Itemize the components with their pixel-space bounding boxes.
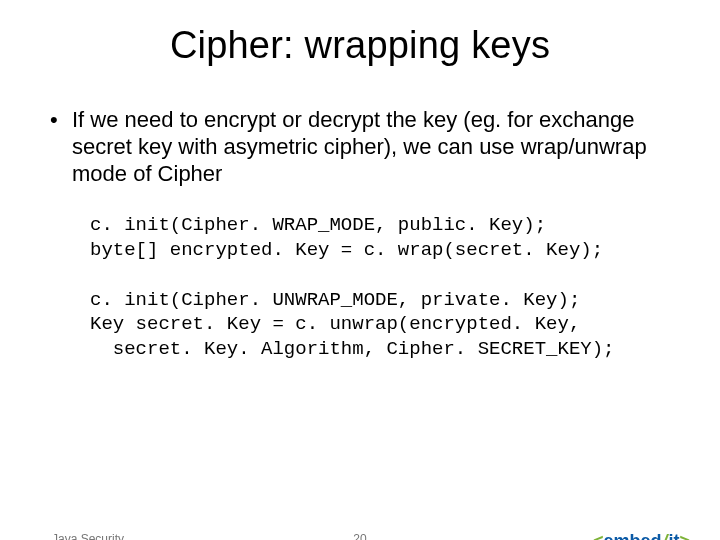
- slide-title: Cipher: wrapping keys: [0, 24, 720, 67]
- footer: Java Security 20 < embed / it >: [0, 526, 720, 540]
- logo-embed: embed: [603, 532, 661, 540]
- slide-body: If we need to encrypt or decrypt the key…: [50, 107, 670, 361]
- embedit-logo: < embed / it >: [593, 532, 690, 540]
- logo-slash: /: [662, 532, 667, 540]
- bullet-item: If we need to encrypt or decrypt the key…: [50, 107, 670, 187]
- bullet-list: If we need to encrypt or decrypt the key…: [50, 107, 670, 187]
- logo-it: it: [668, 532, 679, 540]
- code-block-unwrap: c. init(Cipher. UNWRAP_MODE, private. Ke…: [90, 288, 670, 361]
- logo-lt: <: [593, 532, 604, 540]
- slide: Cipher: wrapping keys If we need to encr…: [0, 24, 720, 540]
- logo-gt: >: [679, 532, 690, 540]
- footer-logo: < embed / it >: [593, 532, 690, 540]
- code-block-wrap: c. init(Cipher. WRAP_MODE, public. Key);…: [90, 213, 670, 262]
